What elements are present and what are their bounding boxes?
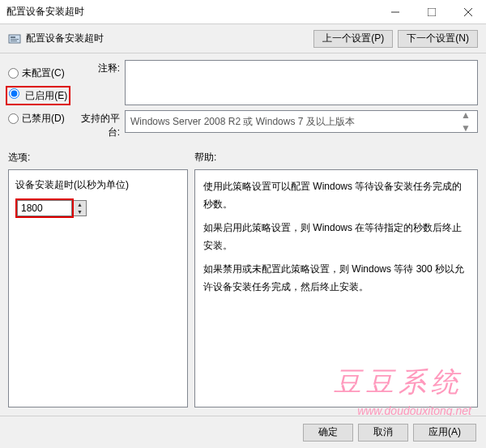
policy-title: 配置设备安装超时 bbox=[26, 32, 309, 45]
timeout-spinner: ▲▼ bbox=[15, 198, 181, 218]
radio-not-configured[interactable]: 未配置(C) bbox=[8, 63, 73, 83]
cancel-button[interactable]: 取消 bbox=[358, 424, 408, 442]
timeout-input[interactable] bbox=[17, 200, 72, 216]
next-setting-button[interactable]: 下一个设置(N) bbox=[398, 30, 478, 48]
main-row: 设备安装超时(以秒为单位) ▲▼ 使用此策略设置可以配置 Windows 等待设… bbox=[0, 169, 486, 407]
help-panel: 使用此策略设置可以配置 Windows 等待设备安装任务完成的秒数。 如果启用此… bbox=[194, 169, 478, 407]
platform-row: 支持的平台: Windows Server 2008 R2 或 Windows … bbox=[73, 110, 478, 139]
close-button[interactable] bbox=[450, 0, 486, 24]
radio-disabled-input[interactable] bbox=[8, 113, 19, 124]
ok-button[interactable]: 确定 bbox=[303, 424, 353, 442]
timeout-label: 设备安装超时(以秒为单位) bbox=[15, 178, 181, 192]
svg-rect-6 bbox=[11, 39, 19, 40]
spinner-down-icon[interactable]: ▼ bbox=[74, 208, 86, 215]
apply-button[interactable]: 应用(A) bbox=[413, 424, 476, 442]
svg-rect-7 bbox=[11, 41, 17, 41]
radio-not-configured-label: 未配置(C) bbox=[22, 66, 65, 80]
radio-enabled[interactable]: 已启用(E) bbox=[8, 86, 73, 105]
radio-enabled-label: 已启用(E) bbox=[25, 90, 67, 101]
minimize-button[interactable] bbox=[377, 0, 413, 24]
titlebar: 配置设备安装超时 bbox=[0, 0, 486, 24]
platform-text: Windows Server 2008 R2 或 Windows 7 及以上版本 bbox=[130, 115, 355, 129]
radio-enabled-input[interactable] bbox=[9, 88, 19, 99]
help-paragraph: 使用此策略设置可以配置 Windows 等待设备安装任务完成的秒数。 bbox=[203, 178, 469, 213]
policy-icon bbox=[8, 32, 21, 45]
previous-setting-button[interactable]: 上一个设置(P) bbox=[313, 30, 393, 48]
comment-input[interactable] bbox=[125, 60, 478, 105]
section-labels: 选项: 帮助: bbox=[0, 143, 486, 169]
radio-disabled[interactable]: 已禁用(D) bbox=[8, 109, 73, 128]
maximize-button[interactable] bbox=[413, 0, 450, 24]
config-section: 未配置(C) 已启用(E) 已禁用(D) 注释: 支持的平台: Windows … bbox=[0, 53, 486, 143]
footer: 确定 取消 应用(A) bbox=[0, 416, 486, 448]
svg-rect-1 bbox=[428, 8, 436, 16]
svg-rect-5 bbox=[11, 36, 15, 38]
radio-column: 未配置(C) 已启用(E) 已禁用(D) bbox=[8, 60, 73, 139]
platform-label: 支持的平台: bbox=[73, 110, 125, 139]
options-section-label: 选项: bbox=[8, 151, 194, 164]
comment-row: 注释: bbox=[73, 60, 478, 105]
header-row: 配置设备安装超时 上一个设置(P) 下一个设置(N) bbox=[0, 24, 486, 53]
platform-scroll[interactable]: ▲▼ bbox=[459, 109, 472, 134]
options-panel: 设备安装超时(以秒为单位) ▲▼ bbox=[8, 169, 188, 407]
radio-disabled-label: 已禁用(D) bbox=[22, 112, 65, 126]
fields-column: 注释: 支持的平台: Windows Server 2008 R2 或 Wind… bbox=[73, 60, 478, 139]
help-paragraph: 如果禁用或未配置此策略设置，则 Windows 等待 300 秒以允许设备安装任… bbox=[203, 261, 469, 296]
comment-label: 注释: bbox=[73, 60, 125, 75]
radio-not-configured-input[interactable] bbox=[8, 68, 19, 79]
help-paragraph: 如果启用此策略设置，则 Windows 在等待指定的秒数后终止安装。 bbox=[203, 220, 469, 254]
help-section-label: 帮助: bbox=[194, 151, 478, 164]
spinner-buttons[interactable]: ▲▼ bbox=[74, 200, 87, 216]
spinner-up-icon[interactable]: ▲ bbox=[74, 201, 86, 208]
window-title: 配置设备安装超时 bbox=[6, 5, 377, 19]
platform-value-box: Windows Server 2008 R2 或 Windows 7 及以上版本… bbox=[125, 110, 478, 133]
